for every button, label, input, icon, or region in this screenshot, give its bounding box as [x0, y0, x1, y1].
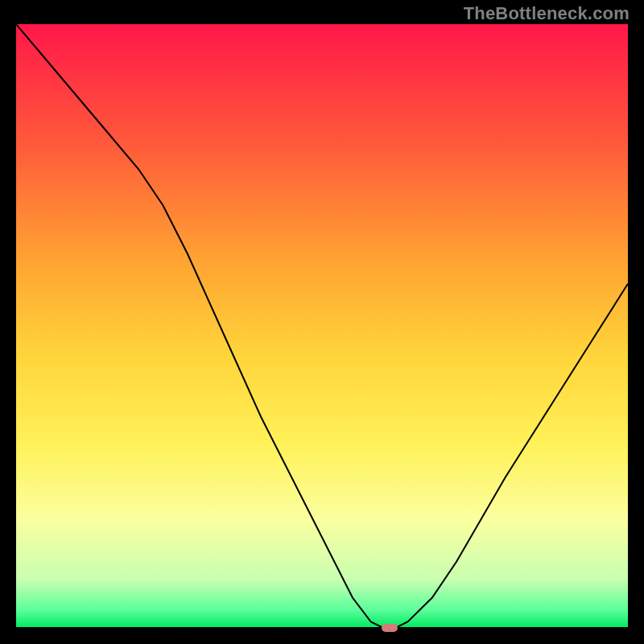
- chart-frame: TheBottleneck.com: [0, 0, 644, 644]
- watermark-label: TheBottleneck.com: [464, 3, 630, 24]
- optimal-point-marker: [382, 624, 398, 632]
- bottleneck-chart: [16, 24, 628, 628]
